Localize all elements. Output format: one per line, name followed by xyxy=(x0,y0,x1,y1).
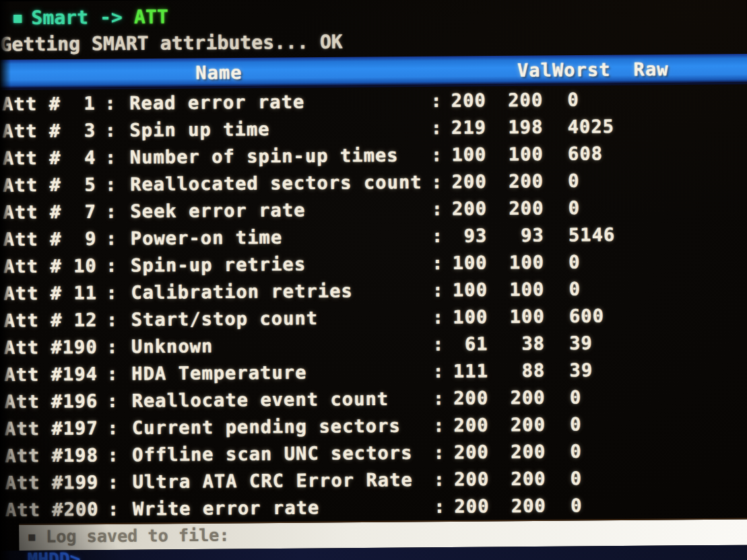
att-raw: 0 xyxy=(544,195,580,222)
att-raw: 0 xyxy=(544,276,581,304)
att-number: 3 xyxy=(59,117,96,145)
att-number: 4 xyxy=(59,144,96,172)
att-val: 200 xyxy=(444,87,486,114)
att-name: Number of spin-up times xyxy=(126,141,432,171)
header-val: Val xyxy=(510,59,552,81)
colon-separator: : xyxy=(96,117,126,145)
att-raw: 0 xyxy=(546,465,582,493)
att-name: Spin-up retries xyxy=(127,250,432,279)
att-label: Att # xyxy=(0,388,61,415)
att-raw: 608 xyxy=(544,140,604,168)
att-name: Unknown xyxy=(127,331,433,361)
colon-separator: : xyxy=(432,331,446,358)
colon-separator: : xyxy=(434,466,447,493)
att-name: Offline scan UNC sectors xyxy=(128,439,434,468)
att-worst: 200 xyxy=(489,465,546,493)
colon-separator: : xyxy=(431,168,445,195)
colon-separator: : xyxy=(97,306,127,334)
att-name: Read error rate xyxy=(125,88,431,117)
colon-separator: : xyxy=(98,388,128,415)
mhdd-screen-photo: ■Smart -> ATT Getting SMART attributes..… xyxy=(0,0,747,560)
att-label: Att # xyxy=(0,252,61,280)
att-raw: 39 xyxy=(545,330,593,357)
att-worst: 200 xyxy=(487,168,544,195)
att-label: Att # xyxy=(0,361,61,388)
att-name: Calibration retries xyxy=(127,277,432,306)
prompt-label[interactable]: MHDD> xyxy=(28,549,81,560)
colon-separator: : xyxy=(432,358,446,385)
colon-separator: : xyxy=(96,198,127,225)
att-val: 200 xyxy=(447,493,490,520)
att-raw: 0 xyxy=(546,438,582,466)
menu-path: Smart -> xyxy=(31,6,123,29)
att-raw: 0 xyxy=(545,384,581,411)
att-label: Att # xyxy=(0,307,61,335)
att-name: Write error rate xyxy=(129,493,434,523)
att-label: Att # xyxy=(0,280,61,308)
colon-separator: : xyxy=(98,333,128,361)
att-number: 1 xyxy=(59,90,96,118)
colon-separator: : xyxy=(96,225,127,252)
colon-separator: : xyxy=(432,304,446,330)
att-raw: 0 xyxy=(543,86,579,114)
att-name: Reallocate event count xyxy=(127,385,433,415)
att-label: Att # xyxy=(0,415,62,443)
att-number: 11 xyxy=(61,279,98,307)
att-worst: 200 xyxy=(488,384,546,412)
att-label: Att # xyxy=(0,469,62,497)
colon-separator: : xyxy=(96,90,126,117)
att-name: Reallocated sectors count xyxy=(126,169,432,199)
colon-separator: : xyxy=(432,250,445,277)
att-number: 10 xyxy=(60,252,97,280)
att-val: 200 xyxy=(447,466,490,493)
att-number: 198 xyxy=(62,442,99,469)
colon-separator: : xyxy=(433,439,447,466)
att-label: Att # xyxy=(0,172,60,199)
att-raw: 0 xyxy=(544,168,580,195)
colon-separator: : xyxy=(98,360,128,388)
colon-separator: : xyxy=(431,114,445,141)
att-raw: 600 xyxy=(545,302,605,330)
att-name: HDA Temperature xyxy=(127,358,433,388)
header-worst: Worst xyxy=(552,59,610,80)
att-raw: 4025 xyxy=(543,113,614,141)
colon-separator: : xyxy=(98,415,129,442)
att-label: Att # xyxy=(0,496,63,524)
colon-separator: : xyxy=(98,495,129,523)
att-number: 190 xyxy=(61,334,98,361)
att-val: 100 xyxy=(445,277,488,304)
colon-separator: : xyxy=(432,277,445,304)
att-worst: 200 xyxy=(489,438,546,466)
att-val: 111 xyxy=(446,357,488,385)
att-name: Ultra ATA CRC Error Rate xyxy=(128,466,434,496)
mhdd-terminal: ■Smart -> ATT Getting SMART attributes..… xyxy=(0,0,747,560)
att-label: Att # xyxy=(0,334,61,361)
header-raw: Raw xyxy=(609,58,668,79)
colon-separator: : xyxy=(97,279,127,307)
att-val: 200 xyxy=(447,412,489,440)
colon-separator: : xyxy=(96,144,126,172)
att-val: 200 xyxy=(447,384,489,412)
att-worst: 100 xyxy=(486,141,544,168)
att-number: 7 xyxy=(60,199,97,226)
att-worst: 200 xyxy=(489,493,546,520)
att-number: 5 xyxy=(59,171,96,199)
att-worst: 100 xyxy=(488,276,545,304)
att-worst: 100 xyxy=(488,303,545,330)
att-label: Att # xyxy=(0,145,59,172)
att-number: 9 xyxy=(60,225,97,253)
att-name: Seek error rate xyxy=(126,196,432,225)
header-spacer xyxy=(0,73,59,74)
att-number: 200 xyxy=(62,496,99,524)
att-name: Spin up time xyxy=(125,114,431,144)
att-label: Att # xyxy=(0,90,59,118)
att-label: Att # xyxy=(0,225,60,253)
att-label: Att # xyxy=(0,442,62,470)
att-val: 100 xyxy=(445,249,488,277)
att-raw: 0 xyxy=(546,411,582,439)
header-name: Name xyxy=(125,59,497,83)
log-message: Log saved to file: xyxy=(46,525,230,546)
colon-separator: : xyxy=(434,493,447,520)
att-worst: 88 xyxy=(488,357,546,385)
att-worst: 38 xyxy=(488,330,545,357)
